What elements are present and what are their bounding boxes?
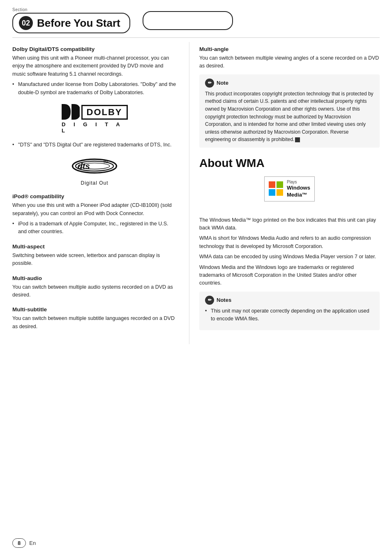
- svg-text:dts: dts: [77, 162, 90, 171]
- dolby-logo: DOLBY D I G I T A L: [62, 104, 127, 134]
- multi-subtitle-text: You can switch between multiple subtitle…: [12, 315, 177, 331]
- wm-media-text: Media™: [287, 192, 310, 199]
- wma-text-3: WMA data can be encoded by using Windows…: [199, 253, 380, 261]
- header-right-box: [143, 11, 233, 30]
- dts-logo-container: dts TM Digital Out: [62, 156, 127, 186]
- main-content: Dolby Digital/DTS compatibility When usi…: [0, 38, 392, 344]
- right-column: Multi-angle You can switch between multi…: [189, 42, 392, 344]
- multi-aspect-text: Switching between wide screen, letterbox…: [12, 252, 177, 268]
- ipod-bullet-1: iPod is a trademark of Apple Computer, I…: [12, 220, 177, 236]
- multi-angle-heading: Multi-angle: [199, 46, 380, 52]
- dts-digital-out-text: Digital Out: [81, 180, 108, 186]
- note-label: Note: [217, 80, 228, 86]
- notes-header: ✏ Notes: [205, 296, 374, 305]
- notes-bullet-1: This unit may not operate correctly depe…: [205, 307, 374, 323]
- svg-rect-0: [62, 104, 64, 120]
- dolby-bullet-list: Manufactured under license from Dolby La…: [12, 81, 177, 97]
- dolby-text: When using this unit with a Pioneer mult…: [12, 54, 177, 78]
- notes-bullet-list: This unit may not operate correctly depe…: [205, 307, 374, 323]
- wma-text-2: WMA is short for Windows Media Audio and…: [199, 234, 380, 250]
- dolby-digital-text: D I G I T A L: [62, 121, 127, 134]
- multi-audio-heading: Multi-audio: [12, 275, 177, 281]
- svg-rect-7: [269, 181, 275, 188]
- svg-rect-9: [269, 189, 275, 196]
- ipod-text: When you use this unit with a Pioneer iP…: [12, 202, 177, 218]
- ipod-bullet-list: iPod is a trademark of Apple Computer, I…: [12, 220, 177, 236]
- notes-box: ✏ Notes This unit may not operate correc…: [199, 292, 380, 331]
- wma-text-1: The Windows Media™ logo printed on the b…: [199, 216, 380, 232]
- wm-plays-text: Plays: [287, 179, 310, 185]
- note-icon: ✏: [205, 79, 214, 88]
- dolby-logo-top: DOLBY: [62, 104, 128, 120]
- dts-logo-svg: dts TM: [70, 156, 119, 179]
- multi-audio-text: You can switch between multiple audio sy…: [12, 283, 177, 299]
- section-number: 02: [19, 16, 33, 30]
- multi-angle-text: You can switch between multiple viewing …: [199, 54, 380, 70]
- page: Section 02 Before You Start Dolby Digita…: [0, 0, 392, 556]
- dolby-heading: Dolby Digital/DTS compatibility: [12, 46, 177, 52]
- page-title: Before You Start: [37, 17, 120, 30]
- section-title-box: 02 Before You Start: [12, 13, 130, 33]
- multi-aspect-heading: Multi-aspect: [12, 243, 177, 250]
- page-number: 8: [12, 538, 26, 548]
- dolby-d-shapes: [62, 104, 80, 120]
- note-header: ✏ Note: [205, 79, 374, 88]
- svg-rect-1: [71, 104, 74, 120]
- stop-symbol: [295, 137, 300, 142]
- dolby-text-logo: DOLBY: [81, 105, 128, 120]
- dts-bullet-1: "DTS" and "DTS Digital Out" are register…: [12, 141, 177, 149]
- wm-text-block: Plays Windows Media™: [287, 179, 310, 199]
- svg-text:TM: TM: [103, 160, 108, 164]
- note-text: This product incorporates copyright prot…: [205, 90, 374, 144]
- ipod-heading: iPod® compatibility: [12, 193, 177, 199]
- about-wma-heading: About WMA: [199, 157, 380, 170]
- notes-label: Notes: [217, 297, 231, 303]
- wm-windows-text: Windows: [287, 185, 310, 192]
- footer-lang: En: [29, 540, 36, 546]
- section-label: Section: [12, 7, 28, 12]
- dts-bullet-list: "DTS" and "DTS Digital Out" are register…: [12, 141, 177, 149]
- windows-media-logo-box: Plays Windows Media™: [264, 176, 315, 202]
- svg-rect-8: [277, 181, 283, 188]
- windows-flag-icon: [269, 181, 284, 196]
- page-header: Section 02 Before You Start: [0, 0, 392, 37]
- note-box: ✏ Note This product incorporates copyrig…: [199, 74, 380, 148]
- multi-subtitle-heading: Multi-subtitle: [12, 306, 177, 313]
- left-column: Dolby Digital/DTS compatibility When usi…: [0, 42, 189, 344]
- dolby-bullet-1: Manufactured under license from Dolby La…: [12, 81, 177, 97]
- notes-icon: ✏: [205, 296, 214, 305]
- page-footer: 8 En: [12, 538, 36, 548]
- svg-rect-10: [277, 189, 283, 196]
- wma-text-4: Windows Media and the Windows logo are t…: [199, 264, 380, 287]
- section-badge: Section 02 Before You Start: [12, 7, 130, 33]
